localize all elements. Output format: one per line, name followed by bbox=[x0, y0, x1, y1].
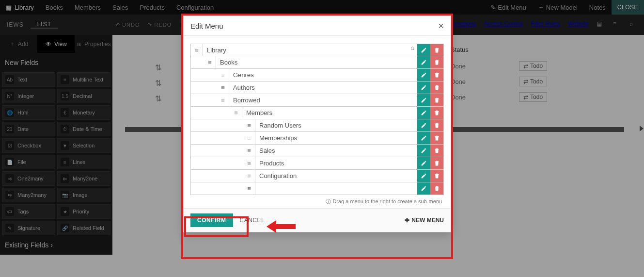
annotation-highlight-buttons bbox=[184, 216, 249, 237]
annotation-arrow bbox=[267, 219, 296, 236]
